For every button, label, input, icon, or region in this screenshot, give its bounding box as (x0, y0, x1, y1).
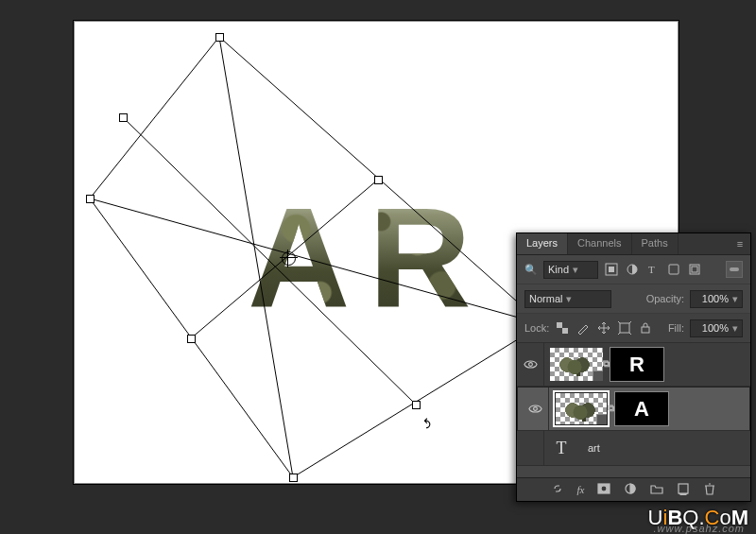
svg-point-20 (601, 486, 607, 491)
lock-all-icon[interactable] (638, 320, 653, 336)
link-icon: ⧉ (603, 358, 610, 370)
fx-icon[interactable]: fx (577, 484, 585, 495)
layer-row-a[interactable]: ⧉A (517, 387, 750, 431)
visibility-toggle[interactable] (517, 343, 544, 386)
svg-point-17 (528, 363, 532, 367)
fill-field[interactable]: 100% ▾ (690, 319, 743, 337)
transform-pivot[interactable] (282, 251, 296, 266)
transform-handle-bl[interactable] (187, 335, 196, 343)
adjustment-icon[interactable] (624, 482, 637, 497)
new-layer-icon[interactable] (677, 482, 690, 497)
lock-move-icon[interactable] (596, 320, 611, 336)
search-icon: 🔍 (524, 264, 538, 276)
lock-transparency-icon[interactable] (555, 320, 570, 336)
tab-paths[interactable]: Paths (632, 233, 679, 254)
panel-menu-icon[interactable]: ≡ (730, 233, 750, 254)
layers-panel: Layers Channels Paths ≡ 🔍 Kind ▾ T Norma… (516, 233, 751, 502)
transform-handle-top[interactable] (215, 33, 224, 42)
fill-label: Fill: (668, 322, 684, 334)
svg-rect-14 (562, 328, 568, 334)
svg-rect-16 (642, 327, 649, 333)
svg-rect-6 (609, 267, 614, 272)
transform-handle-bottom[interactable] (289, 474, 298, 482)
type-layer-icon: T (550, 437, 573, 459)
chevron-down-icon: ▾ (566, 293, 572, 305)
lock-artboard-icon[interactable] (617, 320, 632, 336)
group-icon[interactable] (650, 482, 663, 497)
svg-rect-12 (730, 267, 739, 271)
svg-rect-9 (669, 265, 679, 274)
chevron-down-icon: ▾ (573, 264, 578, 276)
blend-mode-value: Normal (529, 293, 562, 304)
filter-adjust-icon[interactable] (625, 262, 640, 277)
transform-handle-tr[interactable] (374, 176, 383, 184)
filter-kind-label: Kind (548, 264, 569, 275)
lock-brush-icon[interactable] (576, 320, 591, 336)
layers-list: ⧉R ⧉A T art (517, 343, 750, 466)
layer-name-art: art (588, 442, 600, 454)
svg-rect-11 (692, 267, 697, 272)
panel-tab-bar: Layers Channels Paths ≡ (517, 233, 750, 255)
blend-mode-select[interactable]: Normal ▾ (524, 290, 611, 308)
filter-toggle[interactable] (726, 261, 743, 278)
svg-rect-13 (557, 322, 562, 328)
app-stage: AR ↶ Layers Channels Paths ≡ 🔍 Kind ▾ (0, 0, 756, 534)
layer-filter-row: 🔍 Kind ▾ T (517, 255, 750, 284)
layers-bottom-bar: fx (517, 477, 750, 501)
filter-shape-icon[interactable] (666, 262, 681, 277)
layer-thumb-a[interactable] (555, 392, 608, 425)
layer-mask-r[interactable]: ⧉R (610, 348, 663, 381)
opacity-field[interactable]: 100% ▾ (690, 290, 743, 308)
layer-row-text[interactable]: T art (517, 431, 750, 466)
transform-handle-br[interactable] (412, 401, 421, 409)
layer-row-r[interactable]: ⧉R (517, 343, 750, 387)
watermark-url: .www.psahz.com (653, 523, 745, 534)
svg-rect-22 (679, 484, 688, 493)
lock-row: Lock: Fill: 100% ▾ (517, 314, 750, 343)
fill-value: 100% (702, 322, 729, 334)
tab-channels[interactable]: Channels (568, 233, 631, 254)
lock-label: Lock: (524, 322, 549, 334)
svg-point-18 (533, 407, 537, 411)
layer-thumb-r[interactable] (550, 348, 603, 381)
filter-smart-icon[interactable] (687, 262, 702, 277)
svg-text:T: T (648, 264, 655, 275)
tab-layers[interactable]: Layers (517, 233, 568, 254)
link-icon: ⧉ (608, 403, 614, 414)
chevron-down-icon: ▾ (732, 293, 738, 305)
transform-handle-left[interactable] (86, 195, 94, 203)
layer-mask-a[interactable]: ⧉A (615, 392, 668, 425)
filter-kind-select[interactable]: Kind ▾ (543, 261, 598, 279)
chevron-down-icon: ▾ (732, 322, 738, 335)
rotate-cursor-icon: ↶ (419, 418, 434, 429)
mask-icon[interactable] (597, 482, 610, 497)
filter-pixel-icon[interactable] (604, 262, 619, 277)
filter-type-icon[interactable]: T (645, 262, 661, 277)
blend-opacity-row: Normal ▾ Opacity: 100% ▾ (517, 284, 750, 314)
transform-handle-tl[interactable] (119, 113, 128, 122)
opacity-value: 100% (702, 293, 729, 304)
delete-icon[interactable] (703, 482, 716, 497)
visibility-toggle-off[interactable] (517, 431, 544, 465)
visibility-toggle[interactable] (522, 388, 549, 430)
opacity-label: Opacity: (646, 293, 684, 304)
svg-rect-15 (620, 323, 629, 333)
link-layers-icon[interactable] (551, 482, 564, 497)
